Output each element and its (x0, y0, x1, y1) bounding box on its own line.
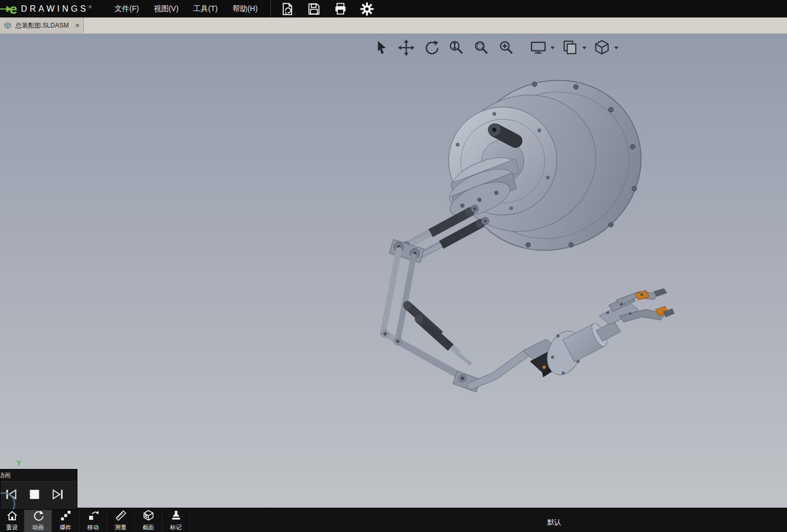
bottom-item-label: 标记 (170, 524, 182, 531)
tabbar: 总装配图.SLDASM × (0, 17, 787, 34)
stamp-icon (170, 509, 182, 522)
pan-icon[interactable] (397, 39, 415, 57)
menu: 文件(F) 视图(V) 工具(T) 帮助(H) (107, 1, 265, 17)
menubar: e DRAWINGS ® 文件(F) 视图(V) 工具(T) 帮助(H) (0, 0, 787, 17)
rotate-icon[interactable] (422, 39, 440, 57)
bottom-item-move[interactable]: 移动 (80, 508, 107, 532)
bottom-item-label: 截面 (143, 524, 154, 531)
settings-icon[interactable] (360, 2, 374, 16)
bottom-item-explode[interactable]: 爆炸 (52, 508, 80, 532)
skip-end-icon[interactable] (50, 487, 65, 502)
display-options-icon[interactable] (561, 39, 579, 57)
view-toolbar (372, 39, 625, 57)
logo-registered-mark: ® (89, 5, 92, 10)
bottom-item-reset[interactable]: 重设 (0, 508, 24, 532)
animation-icon (32, 509, 45, 522)
measure-icon (115, 509, 127, 522)
bottom-item-label: 移动 (88, 524, 99, 531)
animation-panel-header: 动画 (1, 469, 77, 482)
view-orientation-icon[interactable] (593, 39, 611, 57)
close-icon[interactable]: × (75, 22, 80, 29)
caret-down-icon[interactable] (582, 47, 587, 49)
bottom-item-measure[interactable]: 测量 (107, 508, 135, 532)
bottom-item-animation[interactable]: 动画 (24, 508, 52, 532)
logo-name: DRAWINGS (21, 4, 88, 14)
animation-panel-title: 动画 (0, 471, 11, 480)
zoom-icon[interactable] (447, 39, 465, 57)
zoom-fit-icon[interactable] (497, 39, 515, 57)
bottom-toolbar: 重设 动画 爆炸 移动 测量 (0, 508, 787, 532)
configuration-label: 默认 (547, 518, 561, 527)
bottom-item-label: 测量 (115, 524, 127, 531)
bottom-item-markup[interactable]: 标记 (162, 508, 190, 532)
section-icon (142, 509, 155, 522)
cad-model[interactable] (0, 34, 787, 508)
menu-file[interactable]: 文件(F) (107, 1, 146, 17)
menu-view[interactable]: 视图(V) (146, 1, 186, 17)
caret-down-icon[interactable] (614, 47, 618, 49)
app-logo: e DRAWINGS ® (0, 2, 102, 16)
open-icon[interactable] (281, 2, 294, 16)
animation-panel: 动画 (0, 469, 77, 510)
tab-title: 总装配图.SLDASM (15, 21, 69, 30)
logo-e: e (10, 2, 17, 16)
home-icon (6, 509, 19, 522)
caret-down-icon[interactable] (550, 47, 555, 49)
move-icon (87, 509, 100, 522)
model-gripper[interactable] (541, 288, 675, 380)
explode-icon (59, 509, 72, 522)
assembly-icon (4, 22, 12, 30)
bottom-item-section[interactable]: 截面 (135, 508, 162, 532)
bottom-item-label: 动画 (32, 524, 44, 531)
save-icon[interactable] (307, 2, 321, 16)
bottom-item-label: 重设 (6, 524, 18, 531)
select-icon[interactable] (372, 39, 390, 57)
stop-icon[interactable] (27, 487, 42, 502)
zoom-area-icon[interactable] (472, 39, 490, 57)
axis-y-label: Y (16, 459, 21, 467)
menubar-separator (270, 0, 271, 17)
document-tab[interactable]: 总装配图.SLDASM × (0, 17, 84, 33)
quick-toolbar (281, 2, 387, 16)
bottom-item-label: 爆炸 (60, 524, 72, 531)
fullscreen-icon[interactable] (529, 39, 547, 57)
menu-tools[interactable]: 工具(T) (186, 1, 225, 17)
model-flange[interactable] (428, 49, 671, 282)
print-icon[interactable] (334, 2, 347, 16)
menu-help[interactable]: 帮助(H) (225, 1, 265, 17)
3d-viewport[interactable]: Y (0, 34, 787, 508)
